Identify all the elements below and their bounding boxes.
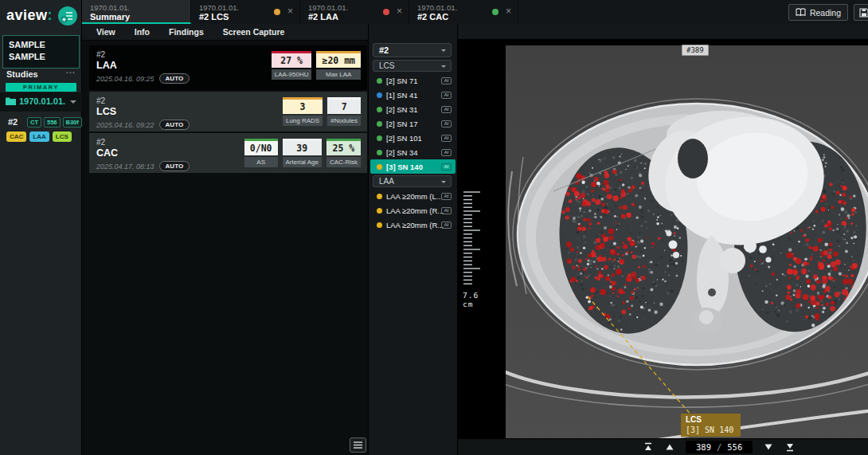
finding-dot <box>377 164 382 170</box>
tabbar-actions: Reading <box>764 0 868 24</box>
finding-dot <box>377 208 382 214</box>
chevron-down-icon <box>441 181 446 183</box>
close-icon[interactable]: × <box>397 6 402 17</box>
viewer-header-strip <box>458 24 868 40</box>
chevron-down-icon <box>441 65 446 68</box>
chevron-down-icon <box>441 49 446 52</box>
tab-2-lcs[interactable]: 1970.01.01.#2 LCS× <box>191 0 300 24</box>
menu-screen-capture[interactable]: Screen Capture <box>223 27 285 37</box>
patient-info-box[interactable]: SAMPLE SAMPLE <box>2 35 80 69</box>
series-list-logo-icon <box>57 6 78 26</box>
series-row[interactable]: #2 CT556B30f <box>0 117 82 128</box>
study-date: 1970.01.01. <box>19 96 65 106</box>
stat-as: 0/N0AS <box>244 139 278 167</box>
first-slice-button[interactable] <box>643 441 654 453</box>
close-icon[interactable]: × <box>287 6 293 17</box>
status-dot-warning <box>274 9 280 15</box>
menu-view[interactable]: View <box>96 27 115 37</box>
summary-card-lcs[interactable]: #2LCS2025.04.16. 09:22AUTO3Lung RADS7#No… <box>89 92 367 131</box>
ai-badge: AI <box>441 77 452 84</box>
stat-lung-rads: 3Lung RADS <box>283 97 323 126</box>
ai-badge: AI <box>441 92 452 99</box>
stat-arterial-age: 39Arterial Age <box>283 139 322 167</box>
studies-header: Studies ⋯ <box>0 69 82 81</box>
finding-groups: LCS[2] SN 71AI[1] SN 41AI[2] SN 31AI[2] … <box>369 60 457 232</box>
ellipsis-icon[interactable]: ⋯ <box>65 67 76 78</box>
module-badge-laa[interactable]: LAA <box>29 131 49 142</box>
finding-dot <box>377 121 382 127</box>
finding-item[interactable]: LAA ≥20mm (R...AI <box>370 203 456 218</box>
stat-label: Max LAA <box>316 69 361 80</box>
finding-label: [2] SN 31 <box>386 105 418 114</box>
layout-list-button[interactable] <box>350 437 366 453</box>
finding-label: [2] SN 34 <box>386 148 418 157</box>
series-badge-ct: CT <box>27 117 41 127</box>
annotation-module: LCS <box>686 415 736 425</box>
scale-ruler: 7.6 cm <box>463 190 495 308</box>
finding-dot <box>377 78 382 84</box>
next-slice-button[interactable] <box>763 441 774 453</box>
series-select[interactable]: #2 <box>373 43 452 57</box>
study-item[interactable]: 1970.01.01. <box>0 92 82 112</box>
book-icon <box>796 8 806 17</box>
reading-button[interactable]: Reading <box>788 4 848 21</box>
previous-slice-button[interactable] <box>664 441 675 453</box>
slice-number-tag: #389 <box>682 45 709 56</box>
ai-badge: AI <box>441 106 452 113</box>
ct-viewport[interactable]: #389 7.6 cm LCS [3] SN 140 <box>458 40 868 438</box>
card-date: 2025.04.16. 09:22 <box>96 121 154 129</box>
summary-card-laa[interactable]: #2LAA2025.04.16. 09:25AUTO27 %LAA-950HU≥… <box>89 45 367 90</box>
tab-2-cac[interactable]: 1970.01.01.#2 CAC× <box>409 0 518 24</box>
last-slice-button[interactable] <box>784 441 796 453</box>
stat-max-laa: ≥20 mmMax LAA <box>316 51 361 80</box>
finding-annotation-label[interactable]: LCS [3] SN 140 <box>681 414 741 437</box>
tab-2-laa[interactable]: 1970.01.01.#2 LAA× <box>300 0 409 24</box>
group-select-laa[interactable]: LAA <box>373 175 452 187</box>
primary-badge: PRIMARY <box>6 83 76 92</box>
stat-value: 0/N0 <box>244 139 278 155</box>
image-viewer-panel: #389 7.6 cm LCS [3] SN 140 389 / 556 <box>458 24 868 455</box>
ct-axial-slice <box>506 45 868 438</box>
auto-badge: AUTO <box>159 161 190 171</box>
slice-total: 556 <box>727 442 742 452</box>
group-select-lcs[interactable]: LCS <box>373 60 452 72</box>
stat-label: #Nodules <box>327 116 361 126</box>
finding-item[interactable]: [2] SN 17AI <box>370 116 456 131</box>
finding-item[interactable]: [2] SN 34AI <box>370 145 456 159</box>
stat-label: LAA-950HU <box>272 69 312 80</box>
stat--nodules: 7#Nodules <box>327 97 361 126</box>
first-slice-icon <box>643 442 653 452</box>
summary-panel: ViewInfoFindingsScreen Capture #2LAA2025… <box>82 24 369 455</box>
module-badge-cac[interactable]: CAC <box>6 131 26 142</box>
finding-item[interactable]: [2] SN 101AI <box>370 131 456 145</box>
stat-value: ≥20 mm <box>316 51 361 68</box>
summary-cards: #2LAA2025.04.16. 09:25AUTO27 %LAA-950HU≥… <box>89 45 367 175</box>
finding-label: LAA ≥20mm (R... <box>386 221 444 229</box>
list-icon <box>354 441 362 449</box>
finding-item[interactable]: [2] SN 31AI <box>370 102 456 116</box>
folder-icon <box>6 96 16 105</box>
finding-label: LAA ≥20mm (R... <box>386 206 444 215</box>
finding-item[interactable]: [3] SN 140AI <box>370 159 456 174</box>
slice-navigation-bar: 389 / 556 <box>458 438 868 455</box>
menu-info[interactable]: Info <box>135 27 150 37</box>
chevron-down-icon[interactable] <box>70 100 76 104</box>
finding-item[interactable]: LAA ≥20mm (R...AI <box>370 218 456 232</box>
finding-label: [2] SN 71 <box>386 76 418 85</box>
finding-item[interactable]: [1] SN 41AI <box>370 88 456 102</box>
module-badge-lcs[interactable]: LCS <box>53 131 72 142</box>
stat-label: CAC-Risk <box>326 157 361 167</box>
finding-item[interactable]: LAA ≥20mm (L...AI <box>370 189 456 203</box>
annotation-finding: [3] SN 140 <box>686 425 736 435</box>
card-stats: 3Lung RADS7#Nodules <box>283 97 361 126</box>
finding-item[interactable]: [2] SN 71AI <box>370 73 456 88</box>
summary-card-cac[interactable]: #2CAC2025.04.17. 08:13AUTO0/N0AS39Arteri… <box>89 133 367 173</box>
menu-findings[interactable]: Findings <box>169 27 204 37</box>
group-select-value: LCS <box>379 61 394 70</box>
save-button[interactable] <box>854 4 868 21</box>
slice-counter: 389 / 556 <box>686 441 753 453</box>
close-icon[interactable]: × <box>506 6 511 17</box>
stat-label: Lung RADS <box>283 116 323 126</box>
tab-summary[interactable]: 1970.01.01.Summary <box>82 0 191 24</box>
finding-dot <box>377 92 382 98</box>
